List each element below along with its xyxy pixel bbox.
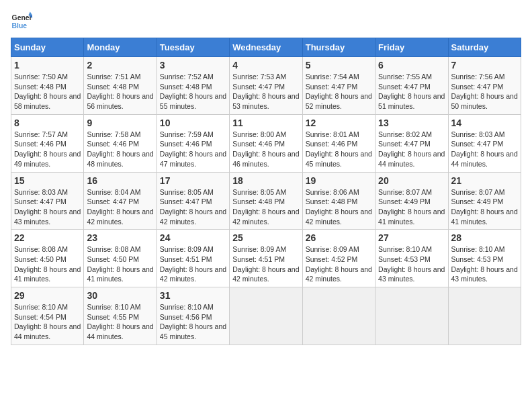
calendar-cell (375, 287, 448, 345)
cell-info: Sunrise: 8:05 AMSunset: 4:47 PMDaylight:… (160, 188, 226, 226)
calendar-cell: 13 Sunrise: 8:02 AMSunset: 4:47 PMDaylig… (375, 114, 448, 172)
cell-info: Sunrise: 7:59 AMSunset: 4:46 PMDaylight:… (160, 130, 226, 168)
day-number: 11 (232, 118, 299, 128)
calendar-cell: 24 Sunrise: 8:09 AMSunset: 4:51 PMDaylig… (157, 230, 229, 287)
calendar-cell: 9 Sunrise: 7:58 AMSunset: 4:46 PMDayligh… (84, 114, 157, 172)
calendar-week-2: 8 Sunrise: 7:57 AMSunset: 4:46 PMDayligh… (11, 114, 521, 172)
day-number: 12 (306, 118, 372, 128)
calendar-cell: 26 Sunrise: 8:09 AMSunset: 4:52 PMDaylig… (302, 230, 375, 287)
cell-info: Sunrise: 8:08 AMSunset: 4:50 PMDaylight:… (87, 245, 153, 283)
calendar-cell: 8 Sunrise: 7:57 AMSunset: 4:46 PMDayligh… (11, 114, 84, 172)
cell-info: Sunrise: 8:02 AMSunset: 4:47 PMDaylight:… (378, 130, 445, 168)
calendar-cell: 14 Sunrise: 8:03 AMSunset: 4:47 PMDaylig… (448, 114, 521, 172)
day-number: 2 (87, 60, 153, 71)
calendar-cell: 5 Sunrise: 7:54 AMSunset: 4:47 PMDayligh… (302, 57, 375, 115)
cell-info: Sunrise: 7:52 AMSunset: 4:48 PMDaylight:… (160, 73, 226, 110)
weekday-header-thursday: Thursday (302, 38, 375, 57)
cell-info: Sunrise: 7:54 AMSunset: 4:47 PMDaylight:… (306, 73, 372, 110)
page-header: General Blue (11, 11, 521, 32)
cell-info: Sunrise: 8:09 AMSunset: 4:52 PMDaylight:… (306, 245, 372, 283)
day-number: 6 (378, 60, 445, 71)
cell-info: Sunrise: 8:00 AMSunset: 4:46 PMDaylight:… (232, 130, 299, 168)
day-number: 21 (451, 175, 518, 186)
day-number: 23 (87, 232, 153, 243)
calendar-cell: 30 Sunrise: 8:10 AMSunset: 4:55 PMDaylig… (84, 287, 157, 345)
calendar-cell: 3 Sunrise: 7:52 AMSunset: 4:48 PMDayligh… (157, 57, 229, 115)
day-number: 15 (14, 175, 81, 186)
cell-info: Sunrise: 8:07 AMSunset: 4:49 PMDaylight:… (378, 188, 445, 226)
day-number: 1 (14, 60, 81, 71)
calendar-cell: 12 Sunrise: 8:01 AMSunset: 4:46 PMDaylig… (302, 114, 375, 172)
cell-info: Sunrise: 8:10 AMSunset: 4:55 PMDaylight:… (87, 303, 153, 340)
day-number: 22 (14, 232, 81, 243)
day-number: 13 (378, 118, 445, 128)
cell-info: Sunrise: 7:57 AMSunset: 4:46 PMDaylight:… (14, 130, 81, 168)
calendar-cell: 10 Sunrise: 7:59 AMSunset: 4:46 PMDaylig… (157, 114, 229, 172)
day-number: 19 (306, 175, 372, 186)
day-number: 20 (378, 175, 445, 186)
calendar-cell: 2 Sunrise: 7:51 AMSunset: 4:48 PMDayligh… (84, 57, 157, 115)
cell-info: Sunrise: 8:05 AMSunset: 4:48 PMDaylight:… (232, 188, 299, 226)
day-number: 10 (160, 118, 226, 128)
cell-info: Sunrise: 8:03 AMSunset: 4:47 PMDaylight:… (14, 188, 81, 226)
calendar-cell (230, 287, 302, 345)
day-number: 25 (232, 232, 299, 243)
calendar-week-4: 22 Sunrise: 8:08 AMSunset: 4:50 PMDaylig… (11, 230, 521, 287)
day-number: 24 (160, 232, 226, 243)
cell-info: Sunrise: 8:01 AMSunset: 4:46 PMDaylight:… (306, 130, 372, 168)
cell-info: Sunrise: 8:07 AMSunset: 4:49 PMDaylight:… (451, 188, 518, 226)
calendar-cell: 1 Sunrise: 7:50 AMSunset: 4:48 PMDayligh… (11, 57, 84, 115)
calendar-cell: 27 Sunrise: 8:10 AMSunset: 4:53 PMDaylig… (375, 230, 448, 287)
weekday-header-tuesday: Tuesday (157, 38, 229, 57)
calendar-cell: 23 Sunrise: 8:08 AMSunset: 4:50 PMDaylig… (84, 230, 157, 287)
calendar-cell: 11 Sunrise: 8:00 AMSunset: 4:46 PMDaylig… (230, 114, 302, 172)
calendar-cell: 18 Sunrise: 8:05 AMSunset: 4:48 PMDaylig… (230, 172, 302, 230)
weekday-header-friday: Friday (375, 38, 448, 57)
cell-info: Sunrise: 7:53 AMSunset: 4:47 PMDaylight:… (232, 73, 299, 110)
cell-info: Sunrise: 8:06 AMSunset: 4:48 PMDaylight:… (306, 188, 372, 226)
day-number: 9 (87, 118, 153, 128)
calendar-cell: 20 Sunrise: 8:07 AMSunset: 4:49 PMDaylig… (375, 172, 448, 230)
cell-info: Sunrise: 8:10 AMSunset: 4:53 PMDaylight:… (451, 245, 518, 283)
calendar-cell: 17 Sunrise: 8:05 AMSunset: 4:47 PMDaylig… (157, 172, 229, 230)
weekday-header-sunday: Sunday (11, 38, 84, 57)
cell-info: Sunrise: 8:04 AMSunset: 4:47 PMDaylight:… (87, 188, 153, 226)
calendar-cell: 22 Sunrise: 8:08 AMSunset: 4:50 PMDaylig… (11, 230, 84, 287)
day-number: 17 (160, 175, 226, 186)
day-number: 3 (160, 60, 226, 71)
day-number: 7 (451, 60, 518, 71)
weekday-header-saturday: Saturday (448, 38, 521, 57)
cell-info: Sunrise: 8:08 AMSunset: 4:50 PMDaylight:… (14, 245, 81, 283)
cell-info: Sunrise: 8:09 AMSunset: 4:51 PMDaylight:… (232, 245, 299, 283)
calendar-cell: 31 Sunrise: 8:10 AMSunset: 4:56 PMDaylig… (157, 287, 229, 345)
cell-info: Sunrise: 7:56 AMSunset: 4:47 PMDaylight:… (451, 73, 518, 110)
cell-info: Sunrise: 7:55 AMSunset: 4:47 PMDaylight:… (378, 73, 445, 110)
calendar-cell: 7 Sunrise: 7:56 AMSunset: 4:47 PMDayligh… (448, 57, 521, 115)
day-number: 28 (451, 232, 518, 243)
day-number: 18 (232, 175, 299, 186)
calendar-table: SundayMondayTuesdayWednesdayThursdayFrid… (11, 38, 521, 345)
svg-text:Blue: Blue (12, 22, 28, 30)
calendar-cell (302, 287, 375, 345)
cell-info: Sunrise: 7:50 AMSunset: 4:48 PMDaylight:… (14, 73, 81, 110)
calendar-cell: 28 Sunrise: 8:10 AMSunset: 4:53 PMDaylig… (448, 230, 521, 287)
cell-info: Sunrise: 7:51 AMSunset: 4:48 PMDaylight:… (87, 73, 153, 110)
calendar-cell: 6 Sunrise: 7:55 AMSunset: 4:47 PMDayligh… (375, 57, 448, 115)
calendar-cell: 29 Sunrise: 8:10 AMSunset: 4:54 PMDaylig… (11, 287, 84, 345)
day-number: 31 (160, 290, 226, 301)
cell-info: Sunrise: 7:58 AMSunset: 4:46 PMDaylight:… (87, 130, 153, 168)
weekday-header-monday: Monday (84, 38, 157, 57)
day-number: 30 (87, 290, 153, 301)
day-number: 8 (14, 118, 81, 128)
weekday-header-wednesday: Wednesday (230, 38, 302, 57)
calendar-week-1: 1 Sunrise: 7:50 AMSunset: 4:48 PMDayligh… (11, 57, 521, 115)
calendar-cell: 21 Sunrise: 8:07 AMSunset: 4:49 PMDaylig… (448, 172, 521, 230)
calendar-cell (448, 287, 521, 345)
calendar-cell: 4 Sunrise: 7:53 AMSunset: 4:47 PMDayligh… (230, 57, 302, 115)
calendar-cell: 16 Sunrise: 8:04 AMSunset: 4:47 PMDaylig… (84, 172, 157, 230)
cell-info: Sunrise: 8:09 AMSunset: 4:51 PMDaylight:… (160, 245, 226, 283)
day-number: 4 (232, 60, 299, 71)
cell-info: Sunrise: 8:10 AMSunset: 4:56 PMDaylight:… (160, 303, 226, 340)
day-number: 5 (306, 60, 372, 71)
calendar-cell: 25 Sunrise: 8:09 AMSunset: 4:51 PMDaylig… (230, 230, 302, 287)
